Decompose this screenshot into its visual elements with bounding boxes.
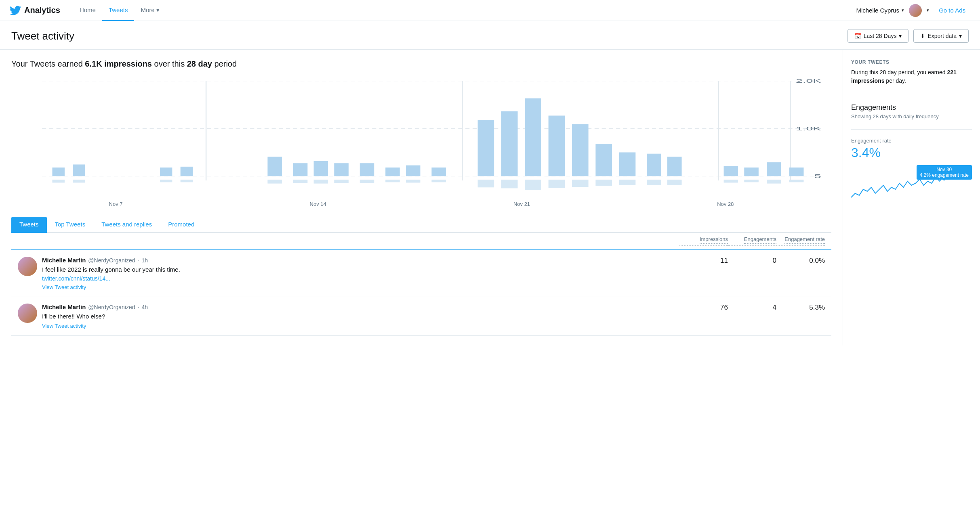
date-range-button[interactable]: 📅 Last 28 Days ▾ xyxy=(848,29,909,43)
export-label: Export data xyxy=(927,33,957,39)
svg-rect-46 xyxy=(619,153,636,176)
page-header: Tweet activity 📅 Last 28 Days ▾ ⬇ Export… xyxy=(0,21,980,50)
svg-rect-51 xyxy=(667,180,682,185)
svg-rect-42 xyxy=(572,124,589,176)
svg-rect-30 xyxy=(406,165,421,176)
tweet-impressions: 76 xyxy=(679,304,728,312)
tweet-impressions: 11 xyxy=(679,257,728,265)
export-chevron-icon: ▾ xyxy=(959,33,962,39)
tweet-name: Michelle Martin xyxy=(42,257,86,264)
summary-impressions: 6.1K impressions xyxy=(85,59,152,68)
svg-rect-18 xyxy=(267,157,282,176)
tweet-content: Michelle Martin @NerdyOrganized · 4h I'l… xyxy=(42,304,679,329)
twitter-logo xyxy=(10,5,21,16)
engagements-title: Engagements xyxy=(851,103,972,112)
table-header: Impressions Engagements Engagement rate xyxy=(11,233,831,250)
view-tweet-activity-link[interactable]: View Tweet activity xyxy=(42,323,679,329)
tab-tweets[interactable]: Tweets xyxy=(11,217,47,233)
tweet-author: Michelle Martin @NerdyOrganized · 4h xyxy=(42,304,679,310)
svg-text:2.0K: 2.0K xyxy=(796,78,821,84)
navbar: Analytics Home Tweets More ▾ Michelle Cy… xyxy=(0,0,980,21)
main-nav: Home Tweets More ▾ xyxy=(73,0,856,21)
avatar-image xyxy=(909,4,922,17)
tab-promoted[interactable]: Promoted xyxy=(160,217,202,233)
svg-rect-49 xyxy=(647,180,661,185)
svg-rect-28 xyxy=(385,168,400,176)
sidebar: YOUR TWEETS During this 28 day period, y… xyxy=(843,50,980,346)
chart-svg: 2.0K 1.0K 5 xyxy=(11,77,831,198)
svg-rect-56 xyxy=(767,162,781,176)
col-impressions: Impressions xyxy=(679,236,728,246)
svg-rect-54 xyxy=(744,168,759,176)
your-tweets-section: YOUR TWEETS During this 28 day period, y… xyxy=(851,59,972,85)
tweet-link[interactable]: twitter.com/cnni/status/14... xyxy=(42,275,110,282)
svg-rect-26 xyxy=(360,163,374,176)
engagements-section: Engagements Showing 28 days with daily f… xyxy=(851,103,972,119)
impressions-chart: 2.0K 1.0K 5 xyxy=(11,77,831,198)
svg-rect-35 xyxy=(478,180,494,187)
x-label-nov21: Nov 21 xyxy=(513,201,530,207)
svg-text:1.0K: 1.0K xyxy=(796,126,821,131)
svg-rect-20 xyxy=(293,163,308,176)
svg-rect-24 xyxy=(334,163,349,176)
svg-rect-36 xyxy=(501,111,518,176)
user-menu[interactable]: Michelle Cyprus ▾ xyxy=(856,7,904,14)
engagement-rate-value: 3.4% xyxy=(851,145,972,160)
svg-rect-59 xyxy=(789,180,804,182)
tweet-time: · xyxy=(138,257,139,264)
nav-home[interactable]: Home xyxy=(73,0,102,21)
date-range-label: Last 28 Days xyxy=(864,33,897,39)
user-chevron-icon: ▾ xyxy=(902,8,904,13)
tooltip-value: 4.2% engagement rate xyxy=(920,172,969,178)
chart-x-labels: Nov 7 Nov 14 Nov 21 Nov 28 xyxy=(11,201,831,207)
go-to-ads-link[interactable]: Go to Ads xyxy=(934,4,970,16)
svg-rect-57 xyxy=(767,180,781,184)
header-actions: 📅 Last 28 Days ▾ ⬇ Export data ▾ xyxy=(848,29,969,43)
svg-rect-45 xyxy=(595,180,612,186)
svg-rect-34 xyxy=(478,120,494,176)
main-container: Your Tweets earned 6.1K impressions over… xyxy=(0,50,980,346)
tweet-time-ago: 4h xyxy=(141,304,148,310)
col-engagement-rate: Engagement rate xyxy=(776,236,825,246)
x-label-nov14: Nov 14 xyxy=(310,201,326,207)
sidebar-divider-2 xyxy=(851,129,972,130)
engagement-tooltip: Nov 30 4.2% engagement rate xyxy=(917,165,972,180)
nav-tweets[interactable]: Tweets xyxy=(102,0,135,21)
svg-rect-47 xyxy=(619,180,636,185)
export-data-button[interactable]: ⬇ Export data ▾ xyxy=(913,29,969,43)
x-label-nov7: Nov 7 xyxy=(109,201,123,207)
nav-more[interactable]: More ▾ xyxy=(134,0,166,21)
username: Michelle Cyprus xyxy=(856,7,899,14)
navbar-right: Michelle Cyprus ▾ ▾ Go to Ads xyxy=(856,4,970,17)
svg-rect-38 xyxy=(525,98,541,176)
view-tweet-activity-link[interactable]: View Tweet activity xyxy=(42,284,679,290)
svg-rect-16 xyxy=(181,167,193,176)
svg-rect-22 xyxy=(314,161,328,176)
page-title: Tweet activity xyxy=(11,30,74,42)
svg-rect-11 xyxy=(53,180,65,183)
svg-rect-37 xyxy=(501,180,518,188)
svg-rect-12 xyxy=(73,165,85,176)
more-chevron-icon: ▾ xyxy=(156,6,160,14)
tweet-text: I'll be there!! Who else? xyxy=(42,312,679,320)
tweet-content: Michelle Martin @NerdyOrganized · 1h I f… xyxy=(42,257,679,290)
tweet-author: Michelle Martin @NerdyOrganized · 1h xyxy=(42,257,679,264)
summary-text: Your Tweets earned 6.1K impressions over… xyxy=(11,59,831,69)
avatar xyxy=(18,304,37,323)
svg-rect-48 xyxy=(647,154,661,176)
tab-top-tweets[interactable]: Top Tweets xyxy=(47,217,94,233)
svg-rect-55 xyxy=(744,180,759,182)
svg-rect-50 xyxy=(667,157,682,176)
tweet-stats: 11 0 0.0% xyxy=(679,257,825,265)
summary-prefix: Your Tweets earned xyxy=(11,59,85,68)
summary-suffix: period xyxy=(212,59,237,68)
avatar[interactable] xyxy=(909,4,922,17)
tweet-engagements: 0 xyxy=(728,257,776,265)
svg-rect-21 xyxy=(293,180,308,183)
svg-rect-44 xyxy=(595,144,612,176)
tab-tweets-replies[interactable]: Tweets and replies xyxy=(93,217,160,233)
tweet-handle: @NerdyOrganized xyxy=(88,257,135,264)
svg-rect-41 xyxy=(549,180,565,188)
svg-rect-43 xyxy=(572,180,589,187)
chevron-icon: ▾ xyxy=(927,8,929,13)
